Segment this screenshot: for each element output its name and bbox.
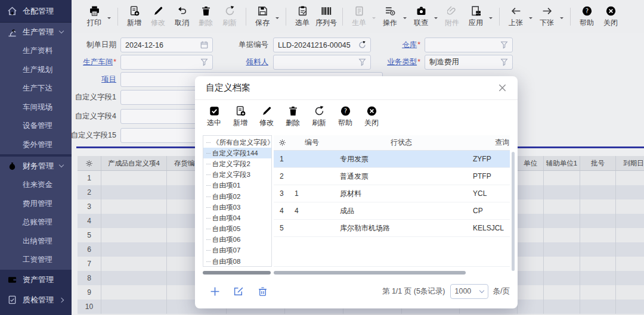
edit-row-icon[interactable] xyxy=(234,286,244,297)
delete-row-icon[interactable] xyxy=(258,286,268,297)
table-cell[interactable] xyxy=(101,171,167,185)
save-button[interactable]: 保存 xyxy=(250,6,274,28)
table-cell[interactable] xyxy=(518,214,544,228)
select-button[interactable]: 选中 xyxy=(201,106,227,128)
previous-doc-button[interactable]: 上张 xyxy=(504,6,528,28)
table-cell[interactable] xyxy=(290,220,333,236)
sidebar-item-production-release[interactable]: 生产下达 xyxy=(0,79,72,98)
add-button[interactable]: 新增 xyxy=(122,6,146,28)
table-cell[interactable] xyxy=(101,271,167,285)
apply-button[interactable]: 应用 xyxy=(464,6,488,28)
warehouse-link[interactable]: 仓库 xyxy=(402,40,417,49)
table-cell[interactable] xyxy=(580,228,616,242)
table-row[interactable]: 3 1 原材料 YCL xyxy=(274,185,510,202)
column-header[interactable]: 批号 xyxy=(580,156,616,170)
table-cell[interactable] xyxy=(544,242,580,257)
sidebar-item-expense-mgmt[interactable]: 费用管理 xyxy=(0,195,72,214)
table-cell[interactable]: PTFP xyxy=(469,168,510,185)
delete-button[interactable]: 删除 xyxy=(280,106,306,128)
biz-type-link[interactable]: 业务类型 xyxy=(387,58,417,66)
tree-item[interactable]: 自由项04 xyxy=(203,213,271,223)
table-cell[interactable]: 专用发票 xyxy=(333,151,469,167)
table-cell[interactable] xyxy=(580,214,616,228)
tree-item[interactable]: 自由项06 xyxy=(203,235,271,245)
next-doc-button[interactable]: 下张 xyxy=(535,6,559,28)
table-cell[interactable] xyxy=(101,285,167,300)
table-cell[interactable] xyxy=(518,257,544,271)
table-row[interactable]: 2 普通发票 PTFP xyxy=(274,168,510,185)
table-cell[interactable]: 1 xyxy=(290,185,333,202)
modify-button[interactable]: 修改 xyxy=(146,6,170,28)
next-doc-dropdown-caret[interactable] xyxy=(560,17,564,21)
tree-item-all-fields[interactable]: 《所有自定义字段》 xyxy=(203,137,271,148)
sidebar-item-asset-mgmt[interactable]: 资产管理 xyxy=(0,270,72,290)
table-cell[interactable]: 4 xyxy=(290,202,333,219)
table-cell[interactable] xyxy=(544,199,580,214)
table-cell[interactable] xyxy=(544,285,580,300)
grid-settings-cell[interactable] xyxy=(274,135,290,150)
column-header[interactable]: 查询 xyxy=(469,135,510,150)
table-cell[interactable] xyxy=(616,242,644,257)
apply-dropdown-caret[interactable] xyxy=(489,17,493,21)
column-header[interactable]: 单位 xyxy=(518,156,544,170)
operations-dropdown-caret[interactable] xyxy=(403,17,407,21)
tree-item[interactable]: 自由项01 xyxy=(203,180,271,191)
table-cell[interactable] xyxy=(544,271,580,285)
table-cell[interactable] xyxy=(616,271,644,285)
sidebar-item-cashier-mgmt[interactable]: 出纳管理 xyxy=(0,232,72,251)
table-cell[interactable] xyxy=(101,228,167,242)
table-cell[interactable] xyxy=(544,171,580,185)
add-row-icon[interactable] xyxy=(210,286,220,297)
pick-order-button[interactable]: 选单 xyxy=(290,6,314,28)
table-cell[interactable]: 库尔勒市机场路 xyxy=(333,220,469,236)
biz-type-input[interactable]: 制造费用 xyxy=(425,55,513,70)
delete-button[interactable]: 删除 xyxy=(194,6,218,28)
linked-query-button[interactable]: 联查 xyxy=(409,6,433,28)
table-cell[interactable]: 原材料 xyxy=(333,185,469,202)
grid-settings-cell[interactable] xyxy=(78,156,101,170)
sidebar-item-production-mgmt[interactable]: 生产管理 xyxy=(0,23,72,42)
sidebar-item-workshop-floor[interactable]: 车间现场 xyxy=(0,98,72,117)
table-cell[interactable] xyxy=(544,214,580,228)
tree-item[interactable]: 自由项08 xyxy=(203,256,271,267)
funnel-icon[interactable] xyxy=(500,41,508,49)
table-cell[interactable] xyxy=(101,257,167,271)
table-cell[interactable] xyxy=(518,285,544,300)
sidebar-item-quality-mgmt[interactable]: 质检管理 xyxy=(0,290,72,310)
print-dropdown-caret[interactable] xyxy=(107,17,111,21)
table-cell[interactable] xyxy=(518,228,544,242)
sidebar-item-finance-mgmt[interactable]: 财务管理 xyxy=(0,157,72,176)
sidebar-item-warehouse-mgmt[interactable]: 仓配管理 xyxy=(0,0,72,23)
table-cell[interactable] xyxy=(580,257,616,271)
table-cell[interactable] xyxy=(101,199,167,214)
table-cell[interactable] xyxy=(101,242,167,257)
table-cell[interactable] xyxy=(616,285,644,300)
table-cell[interactable] xyxy=(101,300,167,314)
cancel-button[interactable]: 取消 xyxy=(170,6,194,28)
table-cell[interactable] xyxy=(290,168,333,185)
table-cell[interactable] xyxy=(580,300,616,314)
table-cell[interactable]: ZYFP xyxy=(469,151,510,167)
table-cell[interactable] xyxy=(290,151,333,167)
close-button[interactable]: 关闭 xyxy=(358,106,385,128)
column-header[interactable]: 到期日期 xyxy=(616,156,644,170)
sidebar-item-equipment-mgmt[interactable]: 设备管理 xyxy=(0,117,72,136)
table-cell[interactable] xyxy=(544,257,580,271)
column-header[interactable]: 编号 xyxy=(290,135,333,150)
generate-order-dropdown-caret[interactable] xyxy=(372,17,376,21)
funnel-icon[interactable] xyxy=(500,58,508,66)
table-row[interactable]: 4 4 成品 CP xyxy=(274,202,510,220)
table-cell[interactable] xyxy=(580,185,616,199)
table-row[interactable]: 5 库尔勒市机场路 KELSJCL xyxy=(274,220,510,237)
add-button[interactable]: 新增 xyxy=(227,106,253,128)
table-cell[interactable] xyxy=(518,171,544,185)
sidebar-item-current-funds[interactable]: 往来资金 xyxy=(0,176,72,195)
sidebar-item-production-planning[interactable]: 生产规划 xyxy=(0,61,72,80)
operations-button[interactable]: 操作 xyxy=(378,6,402,28)
page-size-select[interactable]: 1000 xyxy=(450,284,488,299)
warehouse-input[interactable] xyxy=(425,38,513,52)
tree-item[interactable]: 自由项02 xyxy=(203,191,271,202)
doc-no-input[interactable]: LLD-20241216-00045 xyxy=(273,38,371,52)
table-cell[interactable] xyxy=(616,199,644,214)
refresh-button[interactable]: 刷新 xyxy=(218,6,242,28)
